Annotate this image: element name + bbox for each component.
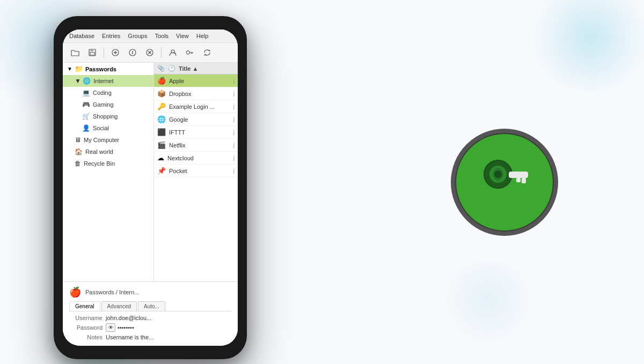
password-reveal-btn[interactable]: 👁 <box>106 323 115 332</box>
col-title: Title ▲ <box>179 65 235 72</box>
entry-row[interactable]: 📌 Pocket j <box>154 165 238 177</box>
toolbar-sync-btn[interactable] <box>200 46 214 60</box>
entry-suffix: j <box>233 168 235 174</box>
menu-entries[interactable]: Entries <box>102 33 120 39</box>
entry-name: Nextcloud <box>167 155 230 161</box>
notes-value: Username is the... <box>106 334 153 340</box>
sidebar-passwords-header[interactable]: ▼ 📁 Passwords <box>63 63 153 75</box>
toolbar-delete-btn[interactable] <box>143 46 157 60</box>
keepass-key-svg <box>478 150 531 214</box>
entry-rows-container: 🍎 Apple j 📦 Dropbox j 🔑 Example Login ..… <box>154 75 238 177</box>
sidebar-realworld-label: Real world <box>85 148 113 155</box>
entry-suffix: j <box>233 142 235 148</box>
recyclebin-icon: 🗑 <box>75 160 81 167</box>
sidebar-shopping-label: Shopping <box>93 113 118 120</box>
entry-icon: 📌 <box>157 167 166 175</box>
menu-view[interactable]: View <box>176 33 189 39</box>
svg-rect-19 <box>509 172 528 178</box>
sidebar-item-social[interactable]: 👤 Social <box>63 122 153 134</box>
toolbar-open-btn[interactable] <box>68 46 82 60</box>
sidebar-internet-label: Internet <box>93 78 113 84</box>
detail-entry-path: Passwords / Intern... <box>85 289 139 295</box>
sidebar-item-recyclebin[interactable]: 🗑 Recycle Bin <box>63 158 153 169</box>
entry-suffix: j <box>233 103 235 109</box>
entry-suffix: j <box>233 155 235 161</box>
entry-name: Netflix <box>169 142 230 148</box>
keepass-logo-area <box>451 129 558 236</box>
entry-name: Dropbox <box>169 91 230 97</box>
entry-icon: ⬛ <box>157 128 166 136</box>
entry-row[interactable]: ☁ Nextcloud j <box>154 152 238 165</box>
gaming-icon: 🎮 <box>82 101 90 108</box>
app-body: Database Entries Groups Tools View Help <box>63 29 238 346</box>
username-value: john.doe@iclou... <box>106 315 151 321</box>
sidebar-recyclebin-label: Recycle Bin <box>84 160 115 167</box>
entry-suffix: j <box>233 116 235 122</box>
sidebar-item-shopping[interactable]: 🛒 Shopping <box>63 110 153 122</box>
bg-decoration-br <box>440 257 537 343</box>
bg-decoration-tr <box>526 0 644 91</box>
entry-row[interactable]: 🎬 Netflix j <box>154 139 238 152</box>
sidebar-item-gaming[interactable]: 🎮 Gaming <box>63 99 153 110</box>
entry-row[interactable]: 🔑 Example Login ... j <box>154 100 238 113</box>
entry-name: Example Login ... <box>169 103 230 110</box>
toolbar-divider-2 <box>161 47 162 58</box>
toolbar-user-btn[interactable] <box>166 46 180 60</box>
entry-icon: 🌐 <box>157 115 166 123</box>
menu-groups[interactable]: Groups <box>128 33 147 39</box>
phone-screen: Database Entries Groups Tools View Help <box>63 29 238 346</box>
sidebar-social-label: Social <box>93 125 109 131</box>
main-split: ▼ 📁 Passwords ▼ 🌐 Internet 💻 Coding <box>63 63 238 281</box>
field-password: Password 👁 •••••••• <box>69 323 231 332</box>
internet-icon: ▼ 🌐 <box>75 77 91 85</box>
entry-row[interactable]: 🍎 Apple j <box>154 75 238 87</box>
toolbar-key-btn[interactable] <box>183 46 197 60</box>
detail-panel: 🍎 Passwords / Intern... General Advanced… <box>63 281 238 346</box>
sidebar-item-mycomputer[interactable]: 🖥 My Computer <box>63 134 153 146</box>
toolbar-add-btn[interactable] <box>108 46 122 60</box>
entry-name: Google <box>169 116 230 123</box>
entry-list: 📎 🕐 Title ▲ 🍎 Apple j 📦 Dropbox j 🔑 Exam… <box>154 63 238 281</box>
mycomputer-icon: 🖥 <box>75 136 81 144</box>
entry-row[interactable]: ⬛ IFTTT j <box>154 126 238 139</box>
tab-auto[interactable]: Auto... <box>138 301 165 311</box>
col-title-label: Title <box>179 65 191 72</box>
svg-rect-20 <box>522 178 526 183</box>
keepass-logo-circle <box>451 129 558 236</box>
sidebar-passwords-label: Passwords <box>85 66 116 72</box>
menu-help[interactable]: Help <box>196 33 209 39</box>
sidebar-item-realworld[interactable]: 🏠 Real world <box>63 146 153 158</box>
field-username: Username john.doe@iclou... <box>69 315 231 321</box>
password-label: Password <box>69 324 103 331</box>
notes-label: Notes <box>69 334 103 340</box>
entry-row[interactable]: 🌐 Google j <box>154 113 238 126</box>
entry-suffix: j <box>233 78 235 84</box>
sidebar-mycomputer-label: My Computer <box>84 137 119 143</box>
entry-name: IFTTT <box>169 129 230 136</box>
field-notes: Notes Username is the... <box>69 334 231 340</box>
tab-advanced[interactable]: Advanced <box>101 301 137 311</box>
menu-database[interactable]: Database <box>69 33 94 39</box>
entry-icon: 🔑 <box>157 102 166 110</box>
toolbar-save-btn[interactable] <box>85 46 99 60</box>
sidebar-item-coding[interactable]: 💻 Coding <box>63 87 153 99</box>
sidebar-item-internet[interactable]: ▼ 🌐 Internet <box>63 75 153 87</box>
phone-notch <box>115 16 185 28</box>
app-menubar: Database Entries Groups Tools View Help <box>63 29 238 43</box>
entry-row[interactable]: 📦 Dropbox j <box>154 87 238 100</box>
menu-tools[interactable]: Tools <box>155 33 169 39</box>
entry-name: Apple <box>169 78 230 84</box>
detail-tabs: General Advanced Auto... <box>69 301 231 311</box>
password-value-container: 👁 •••••••• <box>106 323 134 332</box>
tab-general[interactable]: General <box>69 301 100 311</box>
keepass-logo-inner <box>456 134 553 231</box>
entry-list-header: 📎 🕐 Title ▲ <box>154 63 238 75</box>
entry-icon: 🍎 <box>157 77 166 85</box>
entry-icon: 🎬 <box>157 141 166 149</box>
toolbar-edit-btn[interactable] <box>126 46 140 60</box>
sort-icon: ▲ <box>192 65 198 72</box>
username-label: Username <box>69 315 103 321</box>
col-attachment-icon: 📎 <box>157 65 165 72</box>
phone-mockup: Database Entries Groups Tools View Help <box>54 16 247 359</box>
col-time-icon: 🕐 <box>168 65 175 72</box>
